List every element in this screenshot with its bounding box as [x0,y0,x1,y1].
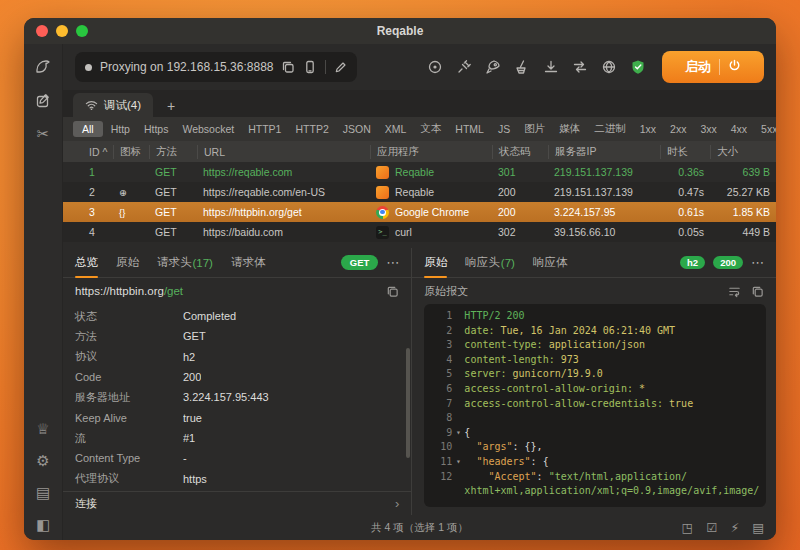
tab-response-raw[interactable]: 原始 [424,248,447,277]
col-ip[interactable]: 服务器IP [548,145,660,159]
minimize-window-button[interactable] [56,25,68,37]
panel-toggle-icon[interactable]: ◧ [36,517,50,532]
col-icon[interactable]: 图标 [113,145,149,159]
scrollbar-thumb[interactable] [406,348,410,458]
reqable-app-icon [376,166,389,179]
scissors-icon[interactable]: ✂ [37,126,50,141]
tab-response-body[interactable]: 响应体 [533,248,568,277]
filter-chip-text[interactable]: 文本 [414,120,447,138]
filter-chip-2xx[interactable]: 2xx [664,121,692,137]
filter-chip-https[interactable]: Https [138,121,175,137]
tab-request-body[interactable]: 请求体 [231,248,266,277]
fold-arrow-icon[interactable]: ▾ [452,426,464,441]
tab-overview[interactable]: 总览 [75,248,98,277]
connection-expander[interactable]: 连接 › [63,491,411,515]
copy-url-icon[interactable] [386,285,399,298]
filter-chip-http1[interactable]: HTTP1 [242,121,287,137]
filter-chip-html[interactable]: HTML [449,121,490,137]
col-status[interactable]: 状态码 [492,145,548,159]
filter-chip-binary[interactable]: 二进制 [588,120,632,138]
filter-chip-4xx[interactable]: 4xx [725,121,753,137]
filter-chip-xml[interactable]: XML [379,121,413,137]
session-tab-bar: 调试(4) + [63,90,776,117]
plugin-icon[interactable] [456,59,472,75]
titlebar: Reqable [24,18,776,44]
filter-chip-image[interactable]: 图片 [518,120,551,138]
filter-chip-http2[interactable]: HTTP2 [289,121,334,137]
table-row[interactable]: 4 GET https://baidu.com curl 302 39.156.… [63,222,776,242]
table-row[interactable]: 2 ⊕ GET https://reqable.com/en-US Reqabl… [63,182,776,202]
compose-icon[interactable] [35,93,51,109]
cell-size: 449 B [710,226,776,238]
col-id[interactable]: ID ^ [83,145,113,159]
more-options-icon[interactable]: ⋯ [386,255,399,270]
request-url-path: /get [164,285,183,297]
edit-proxy-icon[interactable] [334,61,347,74]
cell-id: 4 [83,226,113,238]
ssl-shield-icon[interactable] [630,59,646,75]
console-icon[interactable]: ▤ [752,520,764,535]
debug-target-icon[interactable] [427,59,443,75]
filter-chip-js[interactable]: JS [492,121,516,137]
table-row[interactable]: 1 GET https://reqable.com Reqable 301 21… [63,162,776,182]
more-options-icon[interactable]: ⋯ [751,255,764,270]
filter-chip-3xx[interactable]: 3xx [694,121,722,137]
terminal-app-icon [376,226,389,239]
filter-chip-all[interactable]: All [73,121,103,137]
layout-icon[interactable]: ◳ [681,520,693,535]
network-icon[interactable] [601,59,617,75]
start-button[interactable]: 启动 [662,51,764,83]
code-line: 3content-type: application/json [428,338,758,353]
field-row: 协议h2 [63,347,411,367]
close-window-button[interactable] [36,25,48,37]
col-size[interactable]: 大小 [710,145,776,159]
proxy-address-pill[interactable]: Proxying on 192.168.15.36:8888 [75,52,357,82]
cell-ip: 219.151.137.139 [548,166,660,178]
table-row-selected[interactable]: 3 {} GET https://httpbin.org/get Google … [63,202,776,222]
tab-request-headers[interactable]: 请求头(17) [157,248,213,277]
toolbar-actions [427,59,646,75]
cell-app: Reqable [395,166,434,178]
gear-icon[interactable]: ⚙ [36,453,49,468]
filter-chip-websocket[interactable]: Websocket [176,121,240,137]
import-export-icon[interactable] [572,59,588,75]
raw-response-view[interactable]: 1HTTP/2 200 2date: Tue, 16 Jan 2024 06:2… [424,304,766,507]
col-state [63,145,83,159]
cell-time: 0.47s [660,186,710,198]
col-url[interactable]: URL [197,145,370,159]
col-time[interactable]: 时长 [660,145,710,159]
power-icon[interactable] [728,59,741,75]
copy-raw-icon[interactable] [751,285,764,298]
cell-ip: 219.151.137.139 [548,186,660,198]
tab-response-headers[interactable]: 响应头(7) [465,248,515,277]
cell-id: 3 [83,206,113,218]
crown-icon[interactable]: ♕ [36,421,49,436]
rocket-icon[interactable] [485,59,501,75]
reqable-logo-icon[interactable] [33,56,53,76]
clear-sessions-icon[interactable] [514,59,530,75]
flash-icon[interactable]: ⚡ [730,520,739,535]
tab-debug-session[interactable]: 调试(4) [73,93,153,117]
book-icon[interactable]: ▤ [36,485,50,500]
response-tabs: 原始 响应头(7) 响应体 h2 200 ⋯ [412,248,776,278]
col-app[interactable]: 应用程序 [370,145,492,159]
method-badge: GET [341,255,379,270]
cell-ip: 3.224.157.95 [548,206,660,218]
phone-mirror-icon[interactable] [303,60,317,74]
copy-proxy-icon[interactable] [281,60,295,74]
wrap-lines-icon[interactable] [728,285,741,298]
filter-bar: All Http Https Websocket HTTP1 HTTP2 JSO… [63,117,776,141]
cell-size: 1.85 KB [710,206,776,218]
filter-chip-http[interactable]: Http [105,121,136,137]
checklist-icon[interactable]: ☑ [706,520,717,535]
filter-chip-media[interactable]: 媒体 [553,120,586,138]
col-method[interactable]: 方法 [149,145,197,159]
fold-arrow-icon[interactable]: ▾ [452,455,464,470]
zoom-window-button[interactable] [76,25,88,37]
filter-chip-1xx[interactable]: 1xx [634,121,662,137]
filter-chip-5xx[interactable]: 5xx [755,121,776,137]
filter-chip-json[interactable]: JSON [337,121,377,137]
download-icon[interactable] [543,59,559,75]
tab-request-raw[interactable]: 原始 [116,248,139,277]
add-session-button[interactable]: + [163,98,179,117]
